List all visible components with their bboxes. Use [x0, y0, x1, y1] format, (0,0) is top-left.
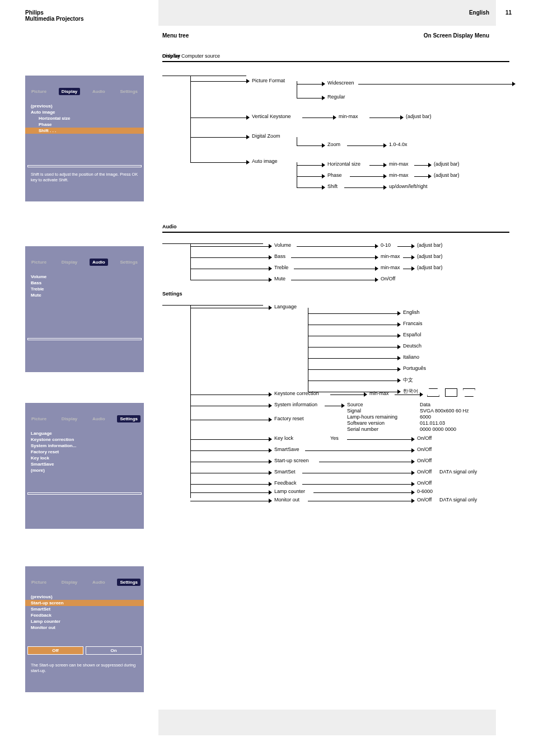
connector — [162, 76, 246, 76]
osd-item[interactable]: Factory reset — [31, 449, 138, 455]
tree-option: Horizontal size — [327, 161, 360, 167]
connector — [308, 358, 397, 359]
osd-item[interactable]: (more) — [31, 467, 138, 473]
osd-item[interactable]: Volume — [31, 274, 138, 280]
osd-item[interactable]: (previous) — [31, 594, 138, 600]
connector — [190, 492, 269, 493]
osd-item[interactable]: (previous) — [31, 103, 138, 109]
connector — [297, 187, 322, 188]
tree-option: Phase — [327, 172, 342, 178]
arrow-icon — [375, 255, 378, 260]
arrow-icon — [411, 448, 415, 453]
separator — [162, 61, 509, 62]
tab-settings[interactable]: Settings — [117, 88, 140, 95]
tab-display[interactable]: Display — [59, 88, 80, 95]
arrow-icon — [397, 311, 401, 316]
osd-item[interactable]: Language — [31, 430, 138, 436]
tab-audio[interactable]: Audio — [90, 259, 108, 266]
tab-picture[interactable]: Picture — [29, 579, 49, 586]
tab-picture[interactable]: Picture — [29, 415, 49, 422]
tab-audio[interactable]: Audio — [90, 415, 108, 422]
tree-root: Settings — [162, 291, 182, 297]
option-off[interactable]: Off — [27, 646, 83, 655]
tree-value: min-max — [381, 253, 400, 259]
tree-value: (adjust bar) — [417, 253, 443, 259]
tree-option: Deutsch — [403, 343, 421, 349]
tab-picture[interactable]: Picture — [29, 259, 49, 266]
arrow-icon — [269, 499, 272, 503]
sysinfo-value: SVGA 800x600 60 Hz — [420, 408, 469, 414]
arrow-icon — [269, 255, 272, 260]
arrow-icon — [411, 499, 415, 503]
osd-item[interactable]: Keystone correction — [31, 436, 138, 443]
osd-item[interactable]: Bass — [31, 280, 138, 286]
arrow-icon — [375, 266, 378, 271]
connector — [297, 145, 322, 146]
osd-item[interactable]: Monitor out — [31, 624, 138, 631]
header-right-block: English — [469, 10, 489, 16]
sysinfo-label: Software version — [347, 420, 385, 426]
tree-item: Start-up screen — [274, 458, 309, 463]
tab-picture[interactable]: Picture — [29, 88, 49, 95]
osd-divider — [27, 338, 142, 340]
arrow-icon — [269, 448, 272, 453]
connector — [190, 269, 269, 269]
osd-item[interactable]: System information... — [31, 443, 138, 449]
arrow-icon — [246, 160, 250, 165]
connector — [297, 176, 322, 177]
osd-item[interactable]: Mute — [31, 292, 138, 298]
menu-tree-settings: Settings Language English Francais Españ… — [162, 291, 509, 515]
menu-tree-audio: Audio Volume 0-10 (adjust bar) Bass min-… — [162, 224, 509, 291]
connector — [190, 257, 269, 258]
tree-note: DATA signal only — [439, 497, 477, 503]
osd-item-selected[interactable]: Shift . . . — [25, 128, 144, 134]
sysinfo-value: 011.011.03 — [420, 420, 445, 426]
arrow-icon — [269, 278, 272, 282]
osd-item[interactable]: Feedback — [31, 612, 138, 618]
product-line: Multimedia Projectors — [25, 16, 83, 22]
tab-display[interactable]: Display — [59, 579, 80, 586]
arrow-icon — [269, 306, 272, 310]
connector — [347, 439, 411, 440]
separator — [162, 232, 509, 233]
osd-item[interactable]: Auto image — [31, 109, 138, 115]
tab-audio[interactable]: Audio — [90, 579, 108, 586]
connector — [190, 246, 269, 247]
tree-value: min-max — [369, 391, 389, 396]
connector — [350, 176, 383, 177]
arrow-icon — [322, 143, 325, 148]
osd-item[interactable]: Phase — [31, 121, 138, 128]
osd-item[interactable]: Horizontal size — [31, 115, 138, 121]
osd-item[interactable]: Key lock — [31, 455, 138, 461]
osd-item[interactable]: Lamp counter — [31, 618, 138, 624]
arrow-icon — [333, 115, 336, 120]
arrow-icon — [411, 244, 415, 248]
tab-settings[interactable]: Settings — [117, 579, 140, 586]
sysinfo-label: Lamp-hours remaining — [347, 414, 397, 420]
arrow-icon — [383, 185, 387, 190]
connector — [190, 308, 269, 308]
arrow-icon — [375, 244, 378, 248]
arrow-icon — [383, 163, 387, 167]
option-on[interactable]: On — [86, 646, 142, 655]
osd-item[interactable]: SmartSave — [31, 461, 138, 467]
tree-value: 0-10 — [381, 242, 391, 248]
tab-display[interactable]: Display — [59, 259, 80, 266]
sysinfo-value: Data — [420, 402, 430, 407]
arrow-icon — [269, 437, 272, 442]
tab-settings[interactable]: Settings — [117, 415, 140, 422]
connector — [313, 492, 411, 493]
osd-item-selected[interactable]: Start-up screen — [25, 600, 144, 606]
osd-tab-row: Picture Display Audio Settings — [25, 403, 144, 426]
tab-audio[interactable]: Audio — [90, 88, 108, 95]
connector — [308, 381, 397, 381]
sysinfo-label: Signal — [347, 408, 361, 414]
tree-section-label: Only for Computer source — [162, 53, 220, 59]
tab-display[interactable]: Display — [59, 415, 80, 422]
connector — [190, 462, 269, 462]
arrow-icon — [420, 392, 423, 397]
osd-item[interactable]: SmartSet — [31, 606, 138, 612]
connector — [308, 308, 308, 392]
tab-settings[interactable]: Settings — [117, 259, 140, 266]
osd-item[interactable]: Treble — [31, 286, 138, 292]
